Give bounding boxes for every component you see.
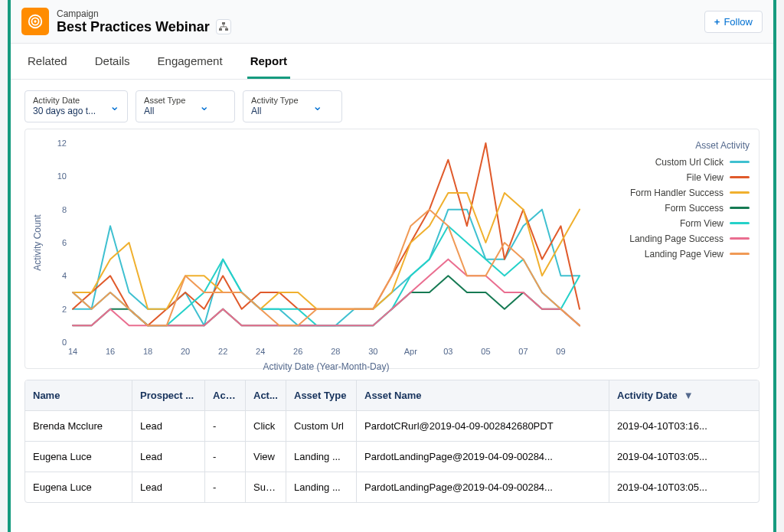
svg-rect-3: [222, 22, 225, 24]
cell-asset_name: PardotLandingPage@2019-04-09-00284...: [357, 442, 609, 472]
svg-text:14: 14: [68, 347, 77, 356]
cell-act: View: [246, 442, 286, 472]
campaign-icon: [21, 8, 49, 35]
table-row[interactable]: Eugena LuceLead-Suc...Landing ...PardotL…: [25, 472, 759, 502]
tab-related[interactable]: Related: [24, 44, 70, 79]
legend-item[interactable]: File View: [596, 172, 750, 183]
cell-asset_type: Landing ...: [286, 472, 357, 502]
chevron-down-icon: ⌄: [109, 99, 119, 113]
table-row[interactable]: Brenda McclureLead-ClickCustom UrlPardot…: [25, 411, 759, 442]
cell-prospect: Lead: [132, 411, 205, 441]
filter-0[interactable]: Activity Date30 days ago t...⌄: [24, 90, 128, 122]
legend-item[interactable]: Custom Url Click: [596, 157, 750, 168]
svg-text:10: 10: [57, 171, 67, 181]
cell-asset_type: Custom Url: [286, 411, 357, 441]
cell-date: 2019-04-10T03:05...: [609, 472, 759, 502]
legend-item[interactable]: Form Handler Success: [596, 188, 750, 198]
chart-card: 024681012Activity Count14161820222426283…: [24, 129, 760, 369]
sort-desc-icon: ▼: [684, 390, 694, 401]
cell-name: Eugena Luce: [25, 442, 132, 472]
svg-text:Activity Date (Year-Month-Day): Activity Date (Year-Month-Day): [263, 361, 390, 372]
legend-title: Asset Activity: [596, 140, 750, 151]
svg-text:2: 2: [62, 304, 67, 313]
legend-item[interactable]: Landing Page View: [596, 249, 750, 259]
svg-text:0: 0: [62, 338, 67, 347]
cell-date: 2019-04-10T03:16...: [609, 411, 759, 441]
chart-legend: Asset Activity Custom Url ClickFile View…: [596, 135, 750, 365]
table-header-row: NameProspect ...Acc...Act...Asset TypeAs…: [25, 380, 759, 411]
follow-button[interactable]: + Follow: [704, 11, 763, 33]
cell-asset_type: Landing ...: [286, 442, 357, 472]
cell-act: Click: [246, 411, 286, 441]
svg-text:09: 09: [556, 347, 565, 356]
svg-text:6: 6: [62, 238, 67, 247]
tab-details[interactable]: Details: [92, 44, 133, 79]
record-type: Campaign: [57, 8, 231, 19]
table-row[interactable]: Eugena LuceLead-ViewLanding ...PardotLan…: [25, 442, 759, 472]
plus-icon: +: [714, 16, 720, 28]
col-prospect[interactable]: Prospect ...: [132, 380, 205, 410]
legend-item[interactable]: Form View: [596, 218, 750, 229]
follow-label: Follow: [724, 16, 753, 28]
svg-text:16: 16: [106, 347, 115, 356]
legend-item[interactable]: Landing Page Success: [596, 233, 750, 244]
svg-text:26: 26: [293, 347, 302, 356]
svg-text:Activity Count: Activity Count: [32, 214, 43, 270]
filter-2[interactable]: Activity TypeAll⌄: [243, 90, 342, 122]
cell-name: Eugena Luce: [25, 472, 132, 502]
svg-text:03: 03: [443, 347, 452, 356]
cell-acc: -: [205, 472, 246, 502]
col-act[interactable]: Act...: [246, 380, 286, 410]
record-title-text: Best Practices Webinar: [57, 19, 210, 35]
chevron-down-icon: ⌄: [199, 99, 209, 113]
filter-1[interactable]: Asset TypeAll⌄: [136, 90, 235, 122]
col-asset_type[interactable]: Asset Type: [286, 380, 357, 410]
filter-bar: Activity Date30 days ago t...⌄Asset Type…: [24, 90, 760, 122]
tab-engagement[interactable]: Engagement: [155, 44, 226, 79]
svg-text:20: 20: [181, 347, 190, 356]
svg-text:Apr: Apr: [404, 347, 417, 356]
record-header: Campaign Best Practices Webinar + Follow: [11, 0, 773, 44]
svg-text:07: 07: [518, 347, 528, 356]
cell-asset_name: PardotCRurl@2019-04-09-002842680PDT: [357, 411, 609, 441]
cell-date: 2019-04-10T03:05...: [609, 442, 759, 472]
cell-prospect: Lead: [132, 442, 205, 472]
col-name[interactable]: Name: [25, 380, 132, 410]
cell-name: Brenda Mcclure: [25, 411, 132, 441]
cell-acc: -: [205, 411, 246, 441]
activity-table: NameProspect ...Acc...Act...Asset TypeAs…: [24, 380, 760, 503]
chevron-down-icon: ⌄: [312, 99, 322, 113]
hierarchy-button[interactable]: [216, 19, 231, 34]
svg-text:18: 18: [143, 347, 152, 356]
svg-text:8: 8: [62, 204, 67, 214]
svg-text:30: 30: [368, 347, 377, 356]
svg-point-2: [34, 20, 36, 22]
tab-report[interactable]: Report: [247, 44, 290, 79]
svg-rect-4: [219, 28, 222, 31]
col-acc[interactable]: Acc...: [205, 380, 246, 410]
svg-text:4: 4: [62, 271, 67, 280]
col-asset_name[interactable]: Asset Name: [357, 380, 609, 410]
svg-text:12: 12: [57, 139, 67, 148]
cell-asset_name: PardotLandingPage@2019-04-09-00284...: [357, 472, 609, 502]
legend-item[interactable]: Form Success: [596, 203, 750, 214]
svg-text:28: 28: [331, 347, 340, 356]
cell-prospect: Lead: [132, 472, 205, 502]
activity-chart: 024681012Activity Count14161820222426283…: [28, 135, 587, 365]
svg-rect-5: [225, 28, 228, 31]
cell-act: Suc...: [246, 472, 286, 502]
svg-text:05: 05: [481, 347, 490, 356]
svg-text:22: 22: [218, 347, 227, 356]
cell-acc: -: [205, 442, 246, 472]
record-title: Best Practices Webinar: [57, 19, 231, 35]
tabs: RelatedDetailsEngagementReport: [11, 44, 773, 80]
col-date[interactable]: Activity Date ▼: [609, 380, 759, 410]
svg-text:24: 24: [256, 347, 265, 356]
